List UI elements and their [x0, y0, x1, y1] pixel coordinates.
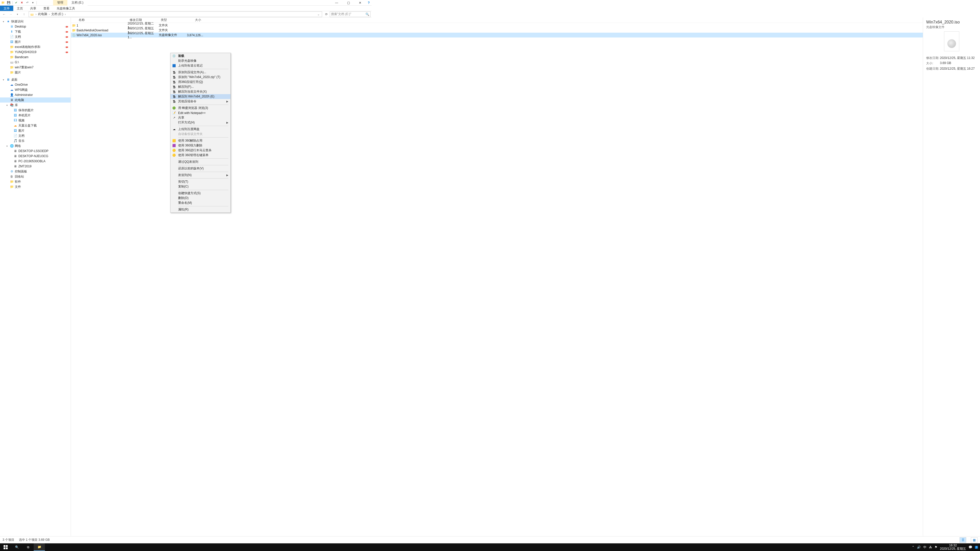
expand-icon[interactable]: ▾ — [2, 20, 5, 23]
tab-share[interactable]: 共享 — [27, 6, 40, 11]
nav-item[interactable]: ⚙控制面板 — [0, 169, 71, 174]
nav-item[interactable]: 🖼本机照片 — [0, 113, 71, 118]
file-row[interactable]: 📁BaiduNetdiskDownload2020/12/25, 星期五 1..… — [71, 28, 372, 33]
nav-back-button[interactable]: ← — [1, 11, 7, 17]
help-button[interactable]: ? — [366, 0, 372, 6]
crumb-drive[interactable]: 文档 (E:) — [50, 12, 64, 16]
menu-item[interactable]: 🟡使用 360进行木马云查杀 — [170, 148, 231, 153]
menu-item[interactable]: 🗜添加到 "Win7x64_2020.zip" (T) — [170, 75, 231, 79]
nav-item[interactable]: 🖥Desktop📌 — [0, 24, 71, 29]
nav-item[interactable]: ☁天翼云盘下载 — [0, 123, 71, 128]
nav-item[interactable]: 🖥ZMT2019 — [0, 164, 71, 169]
menu-item[interactable]: 打开方式(H)▶ — [170, 120, 231, 125]
file-row[interactable]: 📁12020/12/15, 星期二 1...文件夹 — [71, 23, 372, 28]
expand-icon[interactable]: ▾ — [5, 104, 9, 106]
search-box[interactable]: 搜索"文档 (E:)" 🔍 — [330, 11, 371, 17]
tab-disc-tools[interactable]: 光盘映像工具 — [53, 6, 79, 11]
context-tab-manage[interactable]: 管理 — [53, 0, 67, 6]
tab-view[interactable]: 查看 — [40, 6, 53, 11]
menu-item[interactable]: 还原以前的版本(V) — [170, 166, 231, 171]
nav-forward-button[interactable]: → — [8, 11, 14, 17]
nav-item[interactable]: ▾🌐网络 — [0, 143, 71, 148]
nav-item[interactable]: 📁win7重装win7 — [0, 65, 71, 70]
menu-item[interactable]: 💿装载 — [170, 54, 231, 59]
nav-item[interactable]: 🖥PC-20190530OBLA — [0, 159, 71, 164]
nav-item[interactable]: ▾📚库 — [0, 103, 71, 108]
menu-item[interactable]: 🟡使用 360管理右键菜单 — [170, 153, 231, 158]
menu-item[interactable]: 通过QQ发送到 — [170, 159, 231, 164]
col-type[interactable]: 类型 — [159, 18, 185, 22]
nav-item[interactable]: 🖼保存的图片 — [0, 108, 71, 113]
chevron-right-icon[interactable]: › — [48, 13, 50, 16]
nav-item[interactable]: 🎞视频 — [0, 118, 71, 123]
nav-item[interactable]: 📁图片 — [0, 70, 71, 75]
nav-item[interactable]: 🖼图片📌 — [0, 39, 71, 44]
nav-recent-dropdown[interactable]: ▾ — [14, 11, 21, 17]
menu-item[interactable]: 删除(D) — [170, 196, 231, 200]
expand-icon[interactable]: ▾ — [5, 144, 9, 148]
expand-icon[interactable]: ▾ — [2, 78, 5, 81]
menu-item[interactable]: 🟢用 蜂蜜浏览器 浏览(3) — [170, 106, 231, 110]
menu-item[interactable]: 🗜其他压缩命令▶ — [170, 99, 231, 104]
refresh-button[interactable]: ⟳ — [324, 13, 329, 16]
breadcrumb[interactable]: 🖴 › 此电脑 › 文档 (E:) › ⌄ — [29, 11, 322, 17]
chevron-right-icon[interactable]: › — [35, 13, 37, 16]
close-file-icon[interactable]: ✕ — [20, 1, 24, 5]
nav-item[interactable]: 🗑回收站 — [0, 174, 71, 179]
chevron-right-icon[interactable]: › — [64, 13, 66, 16]
menu-item[interactable]: 🟦上传到有道云笔记 — [170, 63, 231, 68]
nav-item[interactable]: 📄文档 — [0, 133, 71, 138]
nav-item[interactable]: 🖥DESKTOP-LSSOEDP — [0, 148, 71, 154]
nav-item[interactable]: ▾🖥桌面 — [0, 77, 71, 82]
menu-item[interactable]: ☁上传到百度网盘 — [170, 127, 231, 132]
nav-up-button[interactable]: ↑ — [21, 11, 27, 17]
menu-item[interactable]: 🗜解压到当前文件夹(X) — [170, 89, 231, 94]
save-icon[interactable]: 💾 — [6, 1, 11, 5]
minimize-button[interactable]: ― — [331, 0, 342, 6]
col-size[interactable]: 大小 — [185, 18, 203, 22]
crumb-this-pc[interactable]: 此电脑 — [37, 12, 48, 16]
nav-item[interactable]: 🖥此电脑 — [0, 97, 71, 103]
search-icon[interactable]: 🔍 — [366, 13, 369, 16]
nav-item[interactable]: ☁WPS网盘 — [0, 87, 71, 92]
menu-item[interactable]: 🗜添加到压缩文件(A)... — [170, 70, 231, 75]
nav-item[interactable]: 📁软件 — [0, 179, 71, 184]
nav-item[interactable]: ▾★快速访问 — [0, 19, 71, 24]
check-icon[interactable]: ✔ — [14, 1, 18, 5]
dropdown-icon[interactable]: ▾ — [31, 1, 35, 5]
tab-file[interactable]: 文件 — [0, 6, 13, 11]
file-row[interactable]: 💿Win7x64_2020.iso2020/12/25, 星期五 1...光盘映… — [71, 33, 372, 38]
menu-item[interactable]: 🗜解压到 Win7x64_2020\ (E) — [170, 94, 231, 99]
close-button[interactable]: ✕ — [354, 0, 366, 6]
menu-item[interactable]: 🟪使用 360强力删除 — [170, 143, 231, 148]
nav-item[interactable]: ⬇下载📌 — [0, 29, 71, 34]
menu-item[interactable]: 创建快捷方式(S) — [170, 191, 231, 196]
menu-item[interactable]: 🗜用360压缩打开(Q) — [170, 79, 231, 84]
nav-item[interactable]: 🎵音乐 — [0, 138, 71, 143]
menu-item[interactable]: 重命名(M) — [170, 200, 231, 205]
menu-item[interactable]: 📝Edit with Notepad++ — [170, 110, 231, 115]
nav-item[interactable]: 📄文档📌 — [0, 34, 71, 39]
nav-item[interactable]: 📁excel表格制作求和📌 — [0, 44, 71, 49]
col-name[interactable]: 名称 — [76, 18, 127, 22]
nav-item[interactable]: 🖼图片 — [0, 128, 71, 133]
menu-item[interactable]: 🟨使用 360解除占用 — [170, 138, 231, 143]
menu-item[interactable]: 剪切(T) — [170, 179, 231, 184]
maximize-button[interactable]: ▢ — [342, 0, 354, 6]
nav-item[interactable]: ☁OneDrive — [0, 82, 71, 87]
nav-item[interactable]: 📁文件 — [0, 184, 71, 189]
undo-icon[interactable]: ↶ — [25, 1, 29, 5]
menu-item[interactable]: 复制(C) — [170, 184, 231, 189]
menu-item[interactable]: 🗜解压到(F)... — [170, 84, 231, 89]
nav-item[interactable]: 🖴G:\ — [0, 60, 71, 65]
menu-item[interactable]: ↗共享 — [170, 115, 231, 120]
nav-item[interactable]: 📁YUNQISHI2019📌 — [0, 49, 71, 55]
nav-item[interactable]: 🖥DESKTOP-NJEU3CG — [0, 154, 71, 159]
menu-item[interactable]: 属性(R) — [170, 207, 231, 208]
menu-item[interactable]: 发送到(N)▶ — [170, 173, 231, 178]
address-dropdown-icon[interactable]: ⌄ — [316, 13, 321, 16]
nav-item[interactable]: 👤Administrator — [0, 92, 71, 97]
menu-item[interactable]: 刻录光盘映像 — [170, 59, 231, 63]
tab-home[interactable]: 主页 — [13, 6, 27, 11]
nav-item[interactable]: 📁Bandicam — [0, 55, 71, 60]
